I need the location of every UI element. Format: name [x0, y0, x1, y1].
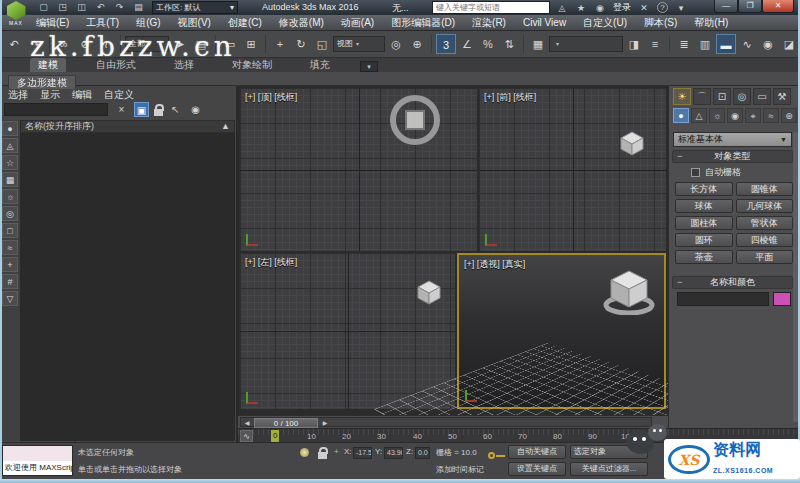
hierarchy-tab-icon[interactable]: ⊡	[713, 88, 731, 105]
primitive-type-dropdown[interactable]: 标准基本体 ▼	[673, 132, 792, 147]
menu-civil-view[interactable]: Civil View	[523, 17, 566, 28]
time-marker[interactable]: 0	[271, 430, 279, 442]
motion-tab-icon[interactable]: ◎	[733, 88, 751, 105]
key-filters-button[interactable]: 关键点过滤器...	[570, 462, 648, 476]
macro-recorder-line[interactable]	[3, 446, 72, 461]
select-children-icon[interactable]: ◉	[188, 102, 203, 117]
shapes-category-icon[interactable]: △	[691, 108, 707, 123]
window-crossing-icon[interactable]: ⊞	[241, 34, 261, 54]
community-icon[interactable]: ◬	[556, 3, 568, 13]
menu-modifiers[interactable]: 修改器(M)	[279, 16, 324, 30]
material-editor-icon[interactable]: ◉	[758, 34, 778, 54]
geometry-category-icon[interactable]: ●	[673, 108, 689, 123]
open-file-icon[interactable]: ◳	[55, 1, 70, 14]
se-menu-select[interactable]: 选择	[8, 88, 28, 102]
layer-manager-icon[interactable]: ≣	[674, 34, 694, 54]
cylinder-button[interactable]: 圆柱体	[675, 216, 733, 230]
create-tab-icon[interactable]: ☀	[673, 88, 691, 105]
y-coordinate-field[interactable]: 43.966	[384, 447, 403, 459]
box-button[interactable]: 长方体	[675, 182, 733, 196]
teapot-button[interactable]: 茶壶	[675, 250, 733, 264]
tube-button[interactable]: 管状体	[736, 216, 794, 230]
sphere-button[interactable]: 球体	[675, 199, 733, 213]
isolate-toggle-icon[interactable]	[300, 448, 309, 457]
help-search-input[interactable]	[432, 1, 550, 14]
systems-category-icon[interactable]: ⊛	[781, 108, 797, 123]
geosphere-button[interactable]: 几何球体	[736, 199, 794, 213]
autogrid-checkbox[interactable]	[691, 168, 700, 177]
mirror-icon[interactable]: ◨	[624, 34, 644, 54]
se-menu-edit[interactable]: 编辑	[72, 88, 92, 102]
modify-tab-icon[interactable]: ⌒	[693, 88, 711, 105]
workspace-dropdown[interactable]: 工作区: 默认 ▾	[152, 1, 238, 14]
rotate-icon[interactable]: ↻	[291, 34, 311, 54]
tab-populate[interactable]: 填充	[302, 58, 338, 72]
named-sets-icon[interactable]: ▦	[528, 34, 548, 54]
x-coordinate-field[interactable]: -17.547	[353, 447, 372, 459]
help-icon[interactable]: ?	[657, 2, 668, 13]
menu-help[interactable]: 帮助(H)	[694, 16, 728, 30]
snap-3d-icon[interactable]: 3	[436, 34, 456, 54]
cone-button[interactable]: 圆锥体	[736, 182, 794, 196]
time-slider-handle[interactable]: 0 / 100	[254, 418, 318, 428]
viewport-front[interactable]: [+] [前] [线框]	[479, 88, 666, 251]
time-slider-track[interactable]: ◀ 0 / 100 ▶	[240, 417, 652, 427]
viewport-left-label[interactable]: [+] [左] [线框]	[245, 256, 297, 269]
menu-rendering[interactable]: 渲染(R)	[472, 16, 506, 30]
pivot-center-icon[interactable]: ◎	[386, 34, 406, 54]
menu-animation[interactable]: 动画(A)	[341, 16, 374, 30]
se-menu-display[interactable]: 显示	[40, 88, 60, 102]
maximize-button[interactable]: ❐	[738, 0, 762, 13]
display-tab-icon[interactable]: ▭	[753, 88, 771, 105]
viewport-perspective[interactable]: [+] [透视] [真实]	[457, 253, 666, 409]
filter-lights-icon[interactable]: ☆	[2, 155, 18, 170]
sort-asc-icon[interactable]: ▲	[221, 121, 230, 132]
menu-tools[interactable]: 工具(T)	[86, 16, 119, 30]
menu-views[interactable]: 视图(V)	[178, 16, 211, 30]
pyramid-button[interactable]: 四棱锥	[736, 233, 794, 247]
percent-snap-icon[interactable]: %	[478, 34, 498, 54]
set-key-icon[interactable]	[488, 452, 495, 459]
se-menu-customize[interactable]: 自定义	[104, 88, 134, 102]
sign-in-link[interactable]: 登录	[613, 1, 631, 14]
viewport-perspective-label[interactable]: [+] [透视] [真实]	[464, 258, 525, 271]
filter-xrefs-icon[interactable]: ≈	[2, 240, 18, 255]
name-color-rollout[interactable]: − 名称和颜色	[672, 276, 793, 289]
mini-curve-editor-icon[interactable]: ∿	[240, 430, 253, 442]
filter-bones-icon[interactable]: +	[2, 257, 18, 272]
selection-lock-icon[interactable]	[318, 452, 327, 459]
torus-button[interactable]: 圆环	[675, 233, 733, 247]
viewport-front-label[interactable]: [+] [前] [线框]	[484, 91, 536, 104]
curve-editor-icon[interactable]: ∿	[737, 34, 757, 54]
menu-scripting[interactable]: 脚本(S)	[644, 16, 677, 30]
object-name-field[interactable]	[677, 292, 769, 306]
scale-icon[interactable]: ◱	[312, 34, 332, 54]
viewport-top[interactable]: [+] [顶] [线框]	[240, 88, 477, 251]
undo-icon[interactable]: ↶	[4, 34, 24, 54]
clear-filter-icon[interactable]: ×	[114, 102, 129, 117]
maxscript-mini-listener[interactable]: 欢迎使用 MAXScript	[2, 445, 73, 476]
lock-icon[interactable]	[154, 109, 163, 116]
z-coordinate-field[interactable]: 0.0	[415, 447, 430, 459]
object-color-swatch[interactable]	[773, 292, 791, 306]
filter-helpers-icon[interactable]: ☼	[2, 189, 18, 204]
viewcube-icon[interactable]	[416, 279, 442, 305]
viewport-left[interactable]: [+] [左] [线框]	[240, 253, 455, 409]
filter-groups-icon[interactable]: □	[2, 223, 18, 238]
add-time-tag[interactable]: 添加时间标记	[436, 464, 484, 475]
filter-cameras-icon[interactable]: ▦	[2, 172, 18, 187]
redo-scene-icon[interactable]: ↷	[112, 1, 127, 14]
find-icon[interactable]: ▣	[134, 102, 149, 117]
filter-materials-icon[interactable]: ▽	[2, 291, 18, 306]
app-logo[interactable]: MAX	[3, 1, 29, 27]
menu-group[interactable]: 组(G)	[136, 16, 160, 30]
ref-coord-dropdown[interactable]: 视图 ▾	[333, 36, 385, 52]
angle-snap-icon[interactable]: ∠	[457, 34, 477, 54]
explorer-object-list[interactable]	[20, 133, 235, 441]
save-file-icon[interactable]: ◫	[74, 1, 89, 14]
align-icon[interactable]: ≡	[645, 34, 665, 54]
viewcube-icon[interactable]	[619, 130, 645, 156]
xyz-icon[interactable]: +	[334, 447, 339, 456]
prev-frame-icon[interactable]: ◀	[242, 419, 252, 427]
filter-shapes-icon[interactable]: ◬	[2, 138, 18, 153]
